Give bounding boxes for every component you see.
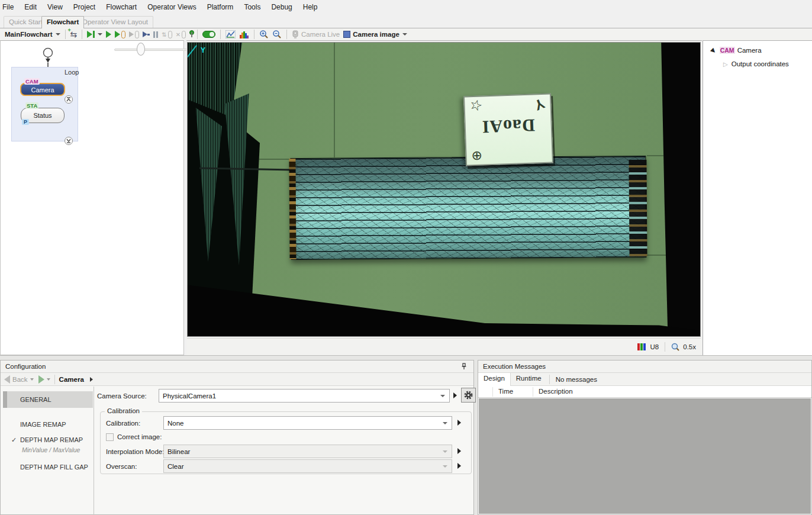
toolbar-separator bbox=[197, 30, 198, 39]
loop-run-icon[interactable]: ⇆+ bbox=[69, 29, 79, 40]
column-header-description[interactable]: Description bbox=[539, 388, 573, 395]
chevron-down-icon bbox=[443, 450, 447, 453]
chevron-down-icon bbox=[98, 33, 102, 36]
step-out-icon[interactable]: ⇅ bbox=[160, 29, 173, 40]
configuration-panel: Configuration Back Camera GENERAL IMAGE … bbox=[0, 360, 474, 515]
tab-flowchart[interactable]: Flowchart bbox=[41, 16, 84, 28]
expanded-triangle-icon[interactable]: ▶ bbox=[710, 46, 717, 54]
camera-settings-button[interactable] bbox=[461, 388, 476, 403]
menu-file[interactable]: File bbox=[0, 1, 22, 13]
menu-tools[interactable]: Tools bbox=[241, 1, 269, 13]
loop-container[interactable] bbox=[11, 67, 78, 141]
calibration-combo[interactable]: None bbox=[163, 416, 452, 430]
menu-view[interactable]: View bbox=[45, 1, 71, 13]
step-outputs-tree: ▶ CAM Camera ▷ Output coordinates bbox=[703, 40, 812, 355]
calibration-advanced-arrow[interactable] bbox=[457, 420, 461, 426]
flowchart-canvas[interactable]: Loop CAM Camera STA Status P bbox=[0, 40, 184, 355]
chevron-down-icon bbox=[402, 33, 407, 36]
step-over-icon[interactable] bbox=[127, 29, 141, 40]
camera-icon bbox=[292, 30, 299, 39]
menu-edit[interactable]: Edit bbox=[22, 1, 45, 13]
back-history-dropdown[interactable] bbox=[30, 378, 34, 381]
breadcrumb[interactable]: Camera bbox=[59, 376, 84, 383]
horizontal-splitter[interactable] bbox=[0, 355, 812, 360]
column-header-time[interactable]: Time bbox=[498, 388, 513, 395]
forward-history-dropdown[interactable] bbox=[47, 378, 50, 381]
flowchart-selector-dropdown[interactable]: MainFlowchart bbox=[3, 29, 62, 40]
configuration-header: Configuration bbox=[1, 360, 473, 373]
tab-design[interactable]: Design bbox=[478, 373, 511, 386]
sidebar-item-general[interactable]: GENERAL bbox=[3, 391, 93, 408]
chevron-down-icon bbox=[443, 422, 447, 424]
interpolation-mode-label: Interpolation Mode: bbox=[106, 448, 164, 455]
zoom-out-icon[interactable] bbox=[270, 29, 283, 40]
interpolation-mode-combo[interactable]: Bilinear bbox=[163, 445, 452, 458]
sidebar-item-depth-map-remap[interactable]: DEPTH MAP REMAP bbox=[3, 432, 93, 448]
overscan-advanced-arrow[interactable] bbox=[457, 463, 461, 469]
pin-button[interactable] bbox=[459, 362, 469, 371]
camera-image-dropdown[interactable]: Camera image bbox=[341, 29, 409, 40]
cancel-step-icon[interactable]: ✕ bbox=[174, 29, 188, 40]
gear-icon bbox=[463, 390, 473, 400]
menu-flowchart[interactable]: Flowchart bbox=[104, 1, 145, 13]
sidebar-item-image-remap[interactable]: IMAGE REMAP bbox=[3, 416, 93, 433]
interpolation-advanced-arrow[interactable] bbox=[457, 448, 461, 454]
menu-platform[interactable]: Platform bbox=[205, 1, 242, 13]
collapse-node-button[interactable] bbox=[65, 95, 73, 104]
tree-output-coordinates-label: Output coordinates bbox=[732, 60, 789, 67]
menu-debug[interactable]: Debug bbox=[269, 1, 300, 13]
camera-live-label: Camera Live bbox=[301, 31, 340, 38]
chevron-down-icon bbox=[440, 395, 445, 397]
tab-runtime[interactable]: Runtime bbox=[511, 373, 547, 386]
toolbar-separator bbox=[286, 30, 287, 39]
run-until-icon[interactable] bbox=[113, 29, 127, 40]
correct-image-checkbox[interactable] bbox=[106, 433, 114, 441]
tree-item-output-coordinates[interactable]: ▷ Output coordinates bbox=[723, 60, 789, 67]
histogram-icon[interactable] bbox=[237, 29, 251, 40]
collapsed-triangle-icon[interactable]: ▷ bbox=[723, 61, 728, 67]
step-run-icon[interactable] bbox=[85, 29, 104, 40]
tab-operator-view-layout[interactable]: Operator View Layout bbox=[77, 16, 153, 28]
image-status-bar: U8 0.5x bbox=[187, 338, 701, 355]
overscan-combo[interactable]: Clear bbox=[163, 459, 452, 473]
execution-messages-title: Execution Messages bbox=[483, 363, 546, 370]
pin-icon bbox=[461, 363, 467, 370]
toolbar-separator bbox=[82, 30, 82, 39]
axis-y-label: Y bbox=[201, 46, 205, 54]
tree-camera-badge: CAM bbox=[720, 47, 735, 54]
menu-help[interactable]: Help bbox=[301, 1, 326, 13]
flowchart-node-camera[interactable]: Camera bbox=[20, 83, 65, 96]
run-icon[interactable] bbox=[104, 29, 113, 40]
star-doodle: ☆ bbox=[468, 95, 484, 115]
background-shadow-bottom bbox=[188, 282, 700, 336]
breadcrumb-arrow-icon[interactable] bbox=[90, 377, 93, 382]
back-button[interactable] bbox=[4, 375, 10, 384]
menu-operator-views[interactable]: Operator Views bbox=[145, 1, 204, 13]
configuration-title: Configuration bbox=[5, 363, 46, 370]
sidebar-item-depth-map-fill-gap[interactable]: DEPTH MAP FILL GAP bbox=[3, 459, 93, 475]
line-chart-icon[interactable] bbox=[224, 29, 237, 40]
magnifier-icon bbox=[671, 343, 679, 351]
toolbar-separator bbox=[65, 30, 66, 39]
start-node[interactable] bbox=[44, 49, 53, 57]
toggle-on-icon[interactable] bbox=[201, 29, 217, 40]
expand-loop-button[interactable] bbox=[65, 137, 73, 145]
zoom-in-icon[interactable] bbox=[257, 29, 270, 40]
menu-project[interactable]: Project bbox=[71, 1, 104, 13]
camera-source-advanced-arrow[interactable] bbox=[453, 392, 457, 398]
image-display-panel: ☆ Y DaoAI ⊕ Y U8 0.5x bbox=[186, 40, 702, 355]
camera-live-button[interactable]: Camera Live bbox=[290, 29, 341, 40]
camera-image-view: ☆ Y DaoAI ⊕ Y bbox=[187, 42, 701, 337]
camera-source-combo[interactable]: PhysicalCamera1 bbox=[159, 389, 450, 403]
heat-exchanger-coil bbox=[290, 156, 646, 260]
breakpoint-icon[interactable] bbox=[188, 29, 194, 40]
configuration-form: Camera Source: PhysicalCamera1 Calibrati… bbox=[95, 387, 474, 515]
messages-status-text: No messages bbox=[549, 375, 597, 384]
zoom-level-value: 0.5x bbox=[683, 343, 696, 350]
camera-image-label: Camera image bbox=[353, 31, 399, 38]
pause-icon[interactable] bbox=[152, 29, 160, 40]
forward-button[interactable] bbox=[38, 375, 44, 384]
toolbar-separator bbox=[220, 30, 221, 39]
run-to-cursor-icon[interactable] bbox=[141, 29, 152, 40]
tree-item-camera[interactable]: ▶ CAM Camera bbox=[711, 47, 762, 54]
